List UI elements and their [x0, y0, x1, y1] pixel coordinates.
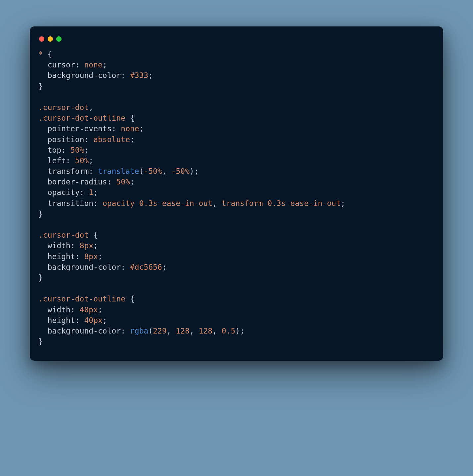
- code-token: ,: [167, 327, 176, 335]
- code-token: cursor: [48, 60, 75, 69]
- code-token: ): [236, 327, 240, 335]
- code-token: :: [70, 305, 75, 314]
- code-token: background-color: [48, 71, 121, 80]
- code-block[interactable]: * { cursor: none; background-color: #333…: [38, 49, 435, 347]
- code-token: opacity 0.3s ease-in-out: [103, 199, 212, 208]
- code-token: (: [148, 327, 153, 335]
- code-token: ;: [194, 167, 199, 176]
- code-token: :: [75, 252, 80, 261]
- code-token: background-color: [48, 327, 121, 335]
- code-token: :: [112, 124, 116, 133]
- code-token: }: [38, 273, 43, 282]
- code-token: :: [70, 241, 75, 250]
- code-token: 50%: [75, 156, 89, 165]
- code-token: pointer-events: [48, 124, 112, 133]
- code-token: ;: [98, 252, 103, 261]
- code-token: 0.5: [222, 327, 236, 335]
- code-token: transform: [48, 167, 89, 176]
- code-token: }: [38, 210, 43, 218]
- code-token: ;: [93, 241, 98, 250]
- code-token: 128: [199, 327, 213, 335]
- code-token: :: [93, 199, 98, 208]
- code-token: .cursor-dot-outline: [38, 295, 125, 303]
- window-zoom-icon[interactable]: [56, 36, 62, 42]
- code-token: transform 0.3s ease-in-out: [222, 199, 341, 208]
- code-token: ;: [139, 124, 144, 133]
- code-token: -50%: [171, 167, 190, 176]
- code-token: 229: [153, 327, 167, 335]
- code-token: top: [48, 146, 62, 154]
- code-token: transition: [48, 199, 93, 208]
- code-token: {: [130, 295, 135, 303]
- code-token: :: [84, 135, 89, 144]
- code-token: *: [38, 50, 43, 59]
- code-token: 50%: [70, 146, 84, 154]
- code-token: translate: [98, 167, 139, 176]
- code-token: {: [130, 114, 135, 122]
- code-token: :: [61, 146, 66, 154]
- code-token: }: [38, 82, 43, 91]
- window-minimize-icon[interactable]: [48, 36, 53, 42]
- code-token: :: [75, 316, 80, 325]
- code-token: ,: [162, 167, 171, 176]
- code-token: ;: [162, 263, 167, 271]
- code-token: rgba: [130, 327, 148, 335]
- code-token: :: [121, 327, 125, 335]
- code-token: ,: [212, 327, 222, 335]
- code-token: none: [121, 124, 139, 133]
- code-token: {: [48, 50, 52, 59]
- code-token: ,: [190, 327, 199, 335]
- code-token: ;: [240, 327, 244, 335]
- code-token: ;: [130, 135, 135, 144]
- code-token: (: [139, 167, 144, 176]
- code-token: 8px: [84, 252, 98, 261]
- code-token: 8px: [80, 241, 94, 250]
- code-token: left: [48, 156, 66, 165]
- code-token: ;: [84, 146, 89, 154]
- code-token: :: [89, 167, 93, 176]
- code-token: 128: [176, 327, 190, 335]
- code-token: }: [38, 337, 43, 346]
- code-token: ;: [93, 188, 98, 197]
- code-token: -50%: [144, 167, 162, 176]
- code-token: ;: [148, 71, 153, 80]
- code-token: ,: [89, 103, 93, 112]
- code-token: 1: [89, 188, 93, 197]
- code-token: ;: [103, 316, 107, 325]
- code-token: :: [121, 71, 125, 80]
- code-token: ;: [89, 156, 93, 165]
- code-token: background-color: [48, 263, 121, 271]
- window-close-icon[interactable]: [39, 36, 44, 42]
- code-token: 40px: [84, 316, 103, 325]
- code-token: :: [66, 156, 70, 165]
- window-traffic-lights: [38, 34, 435, 49]
- code-token: ;: [341, 199, 345, 208]
- code-token: height: [48, 316, 75, 325]
- code-token: ): [190, 167, 194, 176]
- code-token: ,: [212, 199, 222, 208]
- code-token: height: [48, 252, 75, 261]
- code-token: #333: [130, 71, 148, 80]
- code-token: {: [93, 231, 98, 239]
- code-token: ;: [98, 305, 103, 314]
- code-token: 40px: [80, 305, 98, 314]
- code-token: .cursor-dot: [38, 103, 89, 112]
- code-token: ;: [130, 178, 135, 186]
- code-token: opacity: [48, 188, 80, 197]
- code-token: width: [48, 305, 70, 314]
- code-token: .cursor-dot-outline: [38, 114, 125, 122]
- code-token: border-radius: [48, 178, 107, 186]
- code-token: :: [121, 263, 125, 271]
- code-token: width: [48, 241, 70, 250]
- code-token: #dc5656: [130, 263, 162, 271]
- code-window: * { cursor: none; background-color: #333…: [30, 26, 443, 361]
- code-token: absolute: [93, 135, 130, 144]
- code-token: ;: [103, 60, 107, 69]
- code-token: none: [84, 60, 103, 69]
- code-token: position: [48, 135, 84, 144]
- code-token: :: [75, 60, 80, 69]
- code-token: 50%: [116, 178, 130, 186]
- code-token: :: [107, 178, 112, 186]
- code-token: :: [80, 188, 84, 197]
- code-token: .cursor-dot: [38, 231, 89, 239]
